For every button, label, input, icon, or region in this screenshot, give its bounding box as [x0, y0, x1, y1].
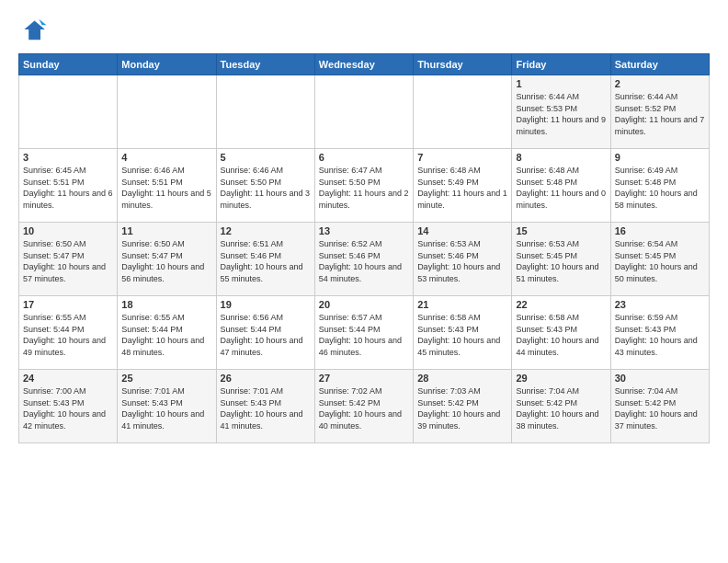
- day-info: Sunset: 5:51 PM: [121, 177, 211, 189]
- day-cell: 12Sunrise: 6:51 AMSunset: 5:46 PMDayligh…: [216, 223, 314, 296]
- day-number: 8: [516, 152, 606, 163]
- day-info: Sunrise: 6:46 AM: [221, 165, 311, 177]
- day-cell: 16Sunrise: 6:54 AMSunset: 5:45 PMDayligh…: [610, 223, 709, 296]
- day-info: Sunset: 5:43 PM: [121, 397, 211, 409]
- day-number: 19: [221, 299, 311, 310]
- day-info: Sunset: 5:43 PM: [615, 324, 705, 336]
- header-row: SundayMondayTuesdayWednesdayThursdayFrid…: [19, 54, 710, 75]
- day-info: Sunrise: 6:57 AM: [319, 312, 409, 324]
- day-cell: 24Sunrise: 7:00 AMSunset: 5:43 PMDayligh…: [19, 370, 118, 443]
- day-cell: 9Sunrise: 6:49 AMSunset: 5:48 PMDaylight…: [610, 149, 709, 223]
- header-cell-friday: Friday: [512, 54, 610, 75]
- day-info: Daylight: 10 hours and 48 minutes.: [121, 335, 211, 358]
- day-number: 2: [615, 78, 705, 89]
- day-info: Sunrise: 6:48 AM: [417, 165, 507, 177]
- day-cell: 1Sunrise: 6:44 AMSunset: 5:53 PMDaylight…: [512, 75, 610, 149]
- day-number: 23: [615, 299, 705, 310]
- day-info: Sunset: 5:50 PM: [221, 177, 311, 189]
- day-info: Daylight: 10 hours and 37 minutes.: [615, 408, 705, 431]
- day-cell: 6Sunrise: 6:47 AMSunset: 5:50 PMDaylight…: [314, 149, 413, 223]
- day-cell: 21Sunrise: 6:58 AMSunset: 5:43 PMDayligh…: [414, 296, 512, 370]
- day-info: Sunrise: 6:47 AM: [319, 165, 409, 177]
- day-cell: 11Sunrise: 6:50 AMSunset: 5:47 PMDayligh…: [118, 223, 216, 296]
- day-cell: 14Sunrise: 6:53 AMSunset: 5:46 PMDayligh…: [414, 223, 512, 296]
- day-info: Sunset: 5:43 PM: [221, 397, 311, 409]
- day-number: 24: [23, 373, 113, 384]
- day-info: Sunrise: 7:01 AM: [221, 385, 311, 397]
- header-cell-wednesday: Wednesday: [314, 54, 413, 75]
- day-info: Sunrise: 6:53 AM: [516, 238, 606, 250]
- day-cell: 3Sunrise: 6:45 AMSunset: 5:51 PMDaylight…: [19, 149, 118, 223]
- day-info: Sunrise: 6:46 AM: [121, 165, 211, 177]
- day-info: Daylight: 11 hours and 9 minutes.: [516, 114, 606, 137]
- day-info: Sunrise: 6:58 AM: [417, 312, 507, 324]
- day-cell: 26Sunrise: 7:01 AMSunset: 5:43 PMDayligh…: [216, 370, 314, 443]
- day-number: 14: [417, 225, 507, 236]
- day-number: 12: [221, 225, 311, 236]
- day-cell: 15Sunrise: 6:53 AMSunset: 5:45 PMDayligh…: [512, 223, 610, 296]
- calendar-page: SundayMondayTuesdayWednesdayThursdayFrid…: [0, 0, 728, 563]
- day-info: Daylight: 10 hours and 54 minutes.: [319, 261, 409, 284]
- logo-icon: [18, 15, 48, 44]
- day-info: Sunset: 5:51 PM: [23, 177, 113, 189]
- logo: [18, 15, 51, 44]
- day-info: Sunrise: 6:59 AM: [615, 312, 705, 324]
- day-cell: 23Sunrise: 6:59 AMSunset: 5:43 PMDayligh…: [610, 296, 709, 370]
- day-cell: 19Sunrise: 6:56 AMSunset: 5:44 PMDayligh…: [216, 296, 314, 370]
- day-info: Sunset: 5:44 PM: [121, 324, 211, 336]
- day-info: Daylight: 11 hours and 3 minutes.: [221, 188, 311, 211]
- day-info: Sunrise: 6:44 AM: [615, 91, 705, 103]
- day-number: 18: [121, 299, 211, 310]
- day-info: Sunrise: 7:03 AM: [417, 385, 507, 397]
- day-info: Sunrise: 6:50 AM: [121, 238, 211, 250]
- day-info: Sunset: 5:46 PM: [319, 250, 409, 262]
- day-info: Sunrise: 6:56 AM: [221, 312, 311, 324]
- day-number: 29: [516, 373, 606, 384]
- day-number: 4: [121, 152, 211, 163]
- day-info: Sunrise: 6:58 AM: [516, 312, 606, 324]
- day-info: Sunset: 5:46 PM: [221, 250, 311, 262]
- day-info: Sunrise: 6:54 AM: [615, 238, 705, 250]
- day-cell: 18Sunrise: 6:55 AMSunset: 5:44 PMDayligh…: [118, 296, 216, 370]
- day-cell: [19, 75, 118, 149]
- day-info: Daylight: 10 hours and 57 minutes.: [23, 261, 113, 284]
- day-info: Sunset: 5:48 PM: [516, 177, 606, 189]
- day-info: Sunrise: 6:55 AM: [23, 312, 113, 324]
- day-info: Sunrise: 7:00 AM: [23, 385, 113, 397]
- day-info: Daylight: 11 hours and 7 minutes.: [615, 114, 705, 137]
- day-info: Sunrise: 6:44 AM: [516, 91, 606, 103]
- day-cell: 17Sunrise: 6:55 AMSunset: 5:44 PMDayligh…: [19, 296, 118, 370]
- week-row-3: 10Sunrise: 6:50 AMSunset: 5:47 PMDayligh…: [19, 223, 710, 296]
- day-info: Daylight: 10 hours and 58 minutes.: [615, 188, 705, 211]
- day-info: Daylight: 10 hours and 53 minutes.: [417, 261, 507, 284]
- day-info: Sunset: 5:42 PM: [319, 397, 409, 409]
- week-row-4: 17Sunrise: 6:55 AMSunset: 5:44 PMDayligh…: [19, 296, 710, 370]
- day-info: Daylight: 10 hours and 38 minutes.: [516, 408, 606, 431]
- day-cell: 28Sunrise: 7:03 AMSunset: 5:42 PMDayligh…: [414, 370, 512, 443]
- day-info: Sunrise: 7:01 AM: [121, 385, 211, 397]
- day-number: 16: [615, 225, 705, 236]
- day-cell: 10Sunrise: 6:50 AMSunset: 5:47 PMDayligh…: [19, 223, 118, 296]
- week-row-2: 3Sunrise: 6:45 AMSunset: 5:51 PMDaylight…: [19, 149, 710, 223]
- day-info: Daylight: 10 hours and 45 minutes.: [417, 335, 507, 358]
- week-row-5: 24Sunrise: 7:00 AMSunset: 5:43 PMDayligh…: [19, 370, 710, 443]
- day-info: Daylight: 10 hours and 39 minutes.: [417, 408, 507, 431]
- day-cell: 8Sunrise: 6:48 AMSunset: 5:48 PMDaylight…: [512, 149, 610, 223]
- day-info: Daylight: 10 hours and 42 minutes.: [23, 408, 113, 431]
- day-cell: 7Sunrise: 6:48 AMSunset: 5:49 PMDaylight…: [414, 149, 512, 223]
- day-number: 9: [615, 152, 705, 163]
- header-cell-tuesday: Tuesday: [216, 54, 314, 75]
- day-cell: 27Sunrise: 7:02 AMSunset: 5:42 PMDayligh…: [314, 370, 413, 443]
- day-cell: [314, 75, 413, 149]
- day-info: Daylight: 10 hours and 47 minutes.: [221, 335, 311, 358]
- day-info: Sunset: 5:44 PM: [319, 324, 409, 336]
- day-info: Daylight: 11 hours and 1 minute.: [417, 188, 507, 211]
- day-number: 13: [319, 225, 409, 236]
- day-info: Sunset: 5:47 PM: [23, 250, 113, 262]
- calendar-header: SundayMondayTuesdayWednesdayThursdayFrid…: [19, 54, 710, 75]
- calendar-table: SundayMondayTuesdayWednesdayThursdayFrid…: [18, 53, 710, 443]
- day-number: 20: [319, 299, 409, 310]
- day-info: Sunset: 5:45 PM: [516, 250, 606, 262]
- day-number: 7: [417, 152, 507, 163]
- day-info: Sunrise: 6:48 AM: [516, 165, 606, 177]
